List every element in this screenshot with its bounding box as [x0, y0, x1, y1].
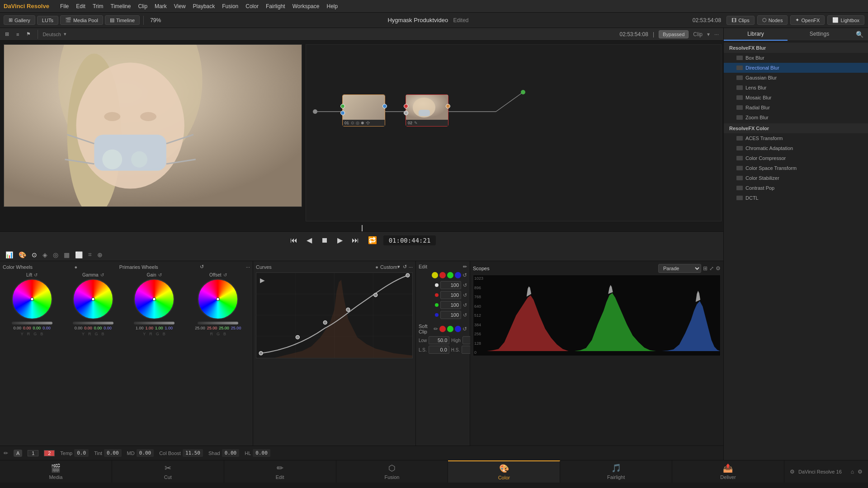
scope-expand-icon[interactable]: ⤢ — [709, 265, 714, 272]
channel-y-dot[interactable] — [432, 272, 438, 278]
colboost-value[interactable]: 11.50 — [183, 449, 203, 457]
nav-fairlight[interactable]: 🎵 Fairlight — [560, 460, 672, 483]
menu-playback[interactable]: Playback — [193, 3, 215, 9]
gamma-bar[interactable] — [73, 322, 113, 324]
nav-fusion[interactable]: ⬡ Fusion — [336, 460, 448, 483]
curves-mode-dropdown[interactable]: ▾ — [397, 264, 400, 270]
shad-value[interactable]: 0.00 — [222, 449, 240, 457]
skip-to-start-button[interactable]: ⏮ — [288, 235, 300, 245]
offset-wheel[interactable] — [198, 279, 238, 319]
wheels-refresh-icon[interactable]: ↺ — [200, 264, 204, 270]
menu-timeline[interactable]: Timeline — [111, 3, 131, 9]
edit-val-2[interactable] — [440, 291, 461, 299]
gain-bar[interactable] — [134, 322, 175, 324]
edit-val-4[interactable] — [440, 311, 461, 319]
gallery-button[interactable]: ⊞ Gallery — [4, 15, 35, 25]
zoom-blur-item[interactable]: Zoom Blur — [724, 113, 868, 122]
menu-fusion[interactable]: Fusion — [222, 3, 238, 9]
lang-dropdown-icon[interactable]: ▾ — [64, 31, 66, 37]
offset-bar[interactable] — [198, 322, 238, 324]
edit-reset-2[interactable]: ↺ — [463, 292, 467, 298]
color-bar-a[interactable]: A — [14, 450, 22, 457]
menu-workspace[interactable]: Workspace — [292, 3, 320, 9]
timeline-button[interactable]: ▤ Timeline — [105, 15, 140, 25]
clips-tab-button[interactable]: 🎞 Clips — [726, 16, 754, 25]
home-icon[interactable]: ⌂ — [851, 469, 854, 475]
mosaic-blur-item[interactable]: Mosaic Blur — [724, 93, 868, 103]
edit-val-3[interactable] — [440, 301, 461, 309]
color-section-header[interactable]: ResolveFX Color — [724, 123, 868, 133]
md-value[interactable]: 0.00 — [137, 449, 154, 457]
sidebar-tab-library[interactable]: Library — [724, 28, 788, 41]
scope-more-icon[interactable]: ⚙ — [716, 265, 721, 272]
sidebar-search-icon[interactable]: 🔍 — [851, 28, 868, 41]
curves-more[interactable]: ··· — [409, 264, 413, 270]
directional-blur-item[interactable]: Directional Blur — [724, 63, 868, 73]
curves-canvas[interactable]: ▶ — [256, 272, 413, 358]
menu-color[interactable]: Color — [245, 3, 259, 9]
more-options-icon[interactable]: ··· — [714, 31, 719, 38]
color-space-transform-item[interactable]: Color Space Transform — [724, 163, 868, 173]
radial-blur-item[interactable]: Radial Blur — [724, 103, 868, 113]
lift-wheel[interactable] — [12, 279, 52, 319]
nav-edit[interactable]: ✏ Edit — [224, 460, 336, 483]
nodes-tab-button[interactable]: ⬡ Nodes — [757, 15, 788, 25]
color-tool-blur[interactable]: ⬜ — [73, 251, 85, 258]
edit-reset-4[interactable]: ↺ — [463, 312, 467, 318]
contrast-pop-item[interactable]: Contrast Pop — [724, 183, 868, 193]
color-stabilizer-item[interactable]: Color Stabilizer — [724, 173, 868, 183]
gain-reset[interactable]: ↺ — [158, 272, 162, 277]
blur-section-header[interactable]: ResolveFX Blur — [724, 43, 868, 53]
color-tool-bars[interactable]: ▦ — [62, 251, 71, 258]
edit-pencil-icon[interactable]: ✏ — [463, 264, 467, 270]
node-editor[interactable]: 01 ⊙ ◎ ⏺ ⌖ — [306, 44, 722, 221]
channel-g-dot[interactable] — [447, 272, 453, 278]
nav-media[interactable]: 🎬 Media — [0, 460, 112, 483]
box-blur-item[interactable]: Box Blur — [724, 53, 868, 63]
menu-clip[interactable]: Clip — [138, 3, 147, 9]
edit-val-1[interactable] — [440, 281, 461, 289]
lift-reset[interactable]: ↺ — [34, 272, 38, 277]
offset-reset[interactable]: ↺ — [223, 272, 227, 277]
aces-transform-item[interactable]: ACES Transform — [724, 133, 868, 143]
temp-value[interactable]: 0.0 — [74, 449, 89, 457]
curves-play-icon[interactable]: ▶ — [260, 277, 265, 284]
soft-clip-reset[interactable]: ↺ — [462, 326, 467, 332]
view-icon-grid[interactable]: ⊞ — [3, 30, 11, 38]
clip-dropdown[interactable]: ▾ — [707, 31, 710, 38]
color-tool-tracker[interactable]: ⊕ — [95, 251, 104, 258]
stop-button[interactable]: ⏹ — [318, 235, 331, 245]
menu-mark[interactable]: Mark — [155, 3, 167, 9]
settings-gear-icon[interactable]: ⚙ — [858, 469, 863, 475]
color-bar-pencil[interactable]: ✏ — [4, 450, 8, 456]
color-tool-wheel[interactable]: ⊙ — [30, 251, 39, 258]
openfx-tab-button[interactable]: ✦ OpenFX — [790, 15, 825, 25]
bypassed-button[interactable]: Bypassed — [659, 30, 689, 38]
channel-r-dot[interactable] — [439, 272, 446, 278]
menu-help[interactable]: Help — [326, 3, 338, 9]
skip-to-end-button[interactable]: ⏭ — [349, 235, 362, 245]
sidebar-tab-settings[interactable]: Settings — [788, 28, 851, 41]
chromatic-adaptation-item[interactable]: Chromatic Adaptation — [724, 143, 868, 153]
color-tool-key[interactable]: ⌗ — [86, 251, 94, 258]
dctl-item[interactable]: DCTL — [724, 193, 868, 203]
step-back-button[interactable]: ◀ — [304, 235, 315, 245]
color-tool-hsl[interactable]: ◈ — [41, 251, 49, 258]
gamma-wheel[interactable] — [73, 279, 113, 319]
wheels-more-icon[interactable]: ··· — [246, 264, 250, 270]
media-pool-button[interactable]: 🎬 Media Pool — [60, 15, 103, 25]
hl-value[interactable]: 0.00 — [253, 449, 270, 457]
tint-value[interactable]: 0.00 — [104, 449, 122, 457]
color-tool-rings[interactable]: ◎ — [51, 251, 60, 258]
menu-view[interactable]: View — [174, 3, 186, 9]
channel-b-dot[interactable] — [455, 272, 461, 278]
play-button[interactable]: ▶ — [335, 235, 345, 245]
curves-mode[interactable]: Custom — [380, 264, 397, 270]
view-icon-flag[interactable]: ⚑ — [24, 30, 33, 38]
soft-clip-b[interactable] — [455, 326, 461, 332]
luts-button[interactable]: LUTs — [37, 16, 58, 25]
scope-mode-select[interactable]: Parade Waveform Vectorscope Histogram — [658, 264, 701, 273]
soft-clip-ls[interactable] — [429, 346, 449, 354]
color-bar-input-1[interactable] — [28, 450, 38, 456]
menu-fairlight[interactable]: Fairlight — [266, 3, 285, 9]
